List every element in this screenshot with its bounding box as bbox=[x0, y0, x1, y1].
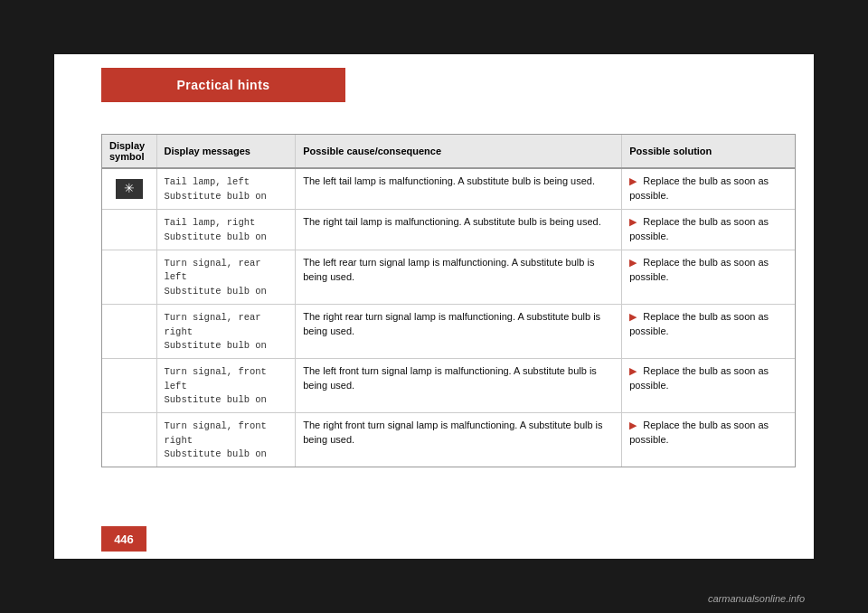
symbol-cell bbox=[102, 209, 156, 250]
cause-cell: The right tail lamp is malfunctioning. A… bbox=[296, 209, 622, 250]
table-row: Turn signal, front right Substitute bulb… bbox=[102, 412, 795, 467]
display-message-text: Tail lamp, right Substitute bulb on bbox=[165, 217, 267, 242]
col-header-messages: Display messages bbox=[156, 135, 296, 168]
display-message-text: Turn signal, rear right Substitute bulb … bbox=[165, 312, 267, 351]
display-message-cell: Turn signal, rear left Substitute bulb o… bbox=[156, 250, 296, 304]
page-number: 446 bbox=[114, 533, 134, 546]
symbol-cell bbox=[102, 358, 156, 412]
watermark: carmanualsonline.info bbox=[708, 593, 805, 604]
display-message-cell: Turn signal, front right Substitute bulb… bbox=[156, 412, 296, 467]
table-row: Turn signal, rear right Substitute bulb … bbox=[102, 304, 795, 358]
cause-text: The left tail lamp is malfunctioning. A … bbox=[303, 175, 595, 186]
arrow-icon: ▶ bbox=[629, 257, 637, 268]
display-message-text: Turn signal, front right Substitute bulb… bbox=[165, 420, 267, 459]
solution-cell: ▶ Replace the bulb as soon as possible. bbox=[622, 168, 795, 209]
display-message-text: Turn signal, front left Substitute bulb … bbox=[165, 366, 267, 405]
cause-text: The right front turn signal lamp is malf… bbox=[303, 420, 602, 445]
symbol-cell bbox=[102, 412, 156, 467]
cause-cell: The left rear turn signal lamp is malfun… bbox=[296, 250, 622, 304]
symbol-cell bbox=[102, 304, 156, 358]
display-message-cell: Turn signal, front left Substitute bulb … bbox=[156, 358, 296, 412]
cause-cell: The left front turn signal lamp is malfu… bbox=[296, 358, 622, 412]
header-bar: Practical hints bbox=[101, 68, 345, 102]
col-header-symbol: Display symbol bbox=[102, 135, 156, 168]
table-row: Turn signal, front left Substitute bulb … bbox=[102, 358, 795, 412]
display-message-cell: Tail lamp, left Substitute bulb on bbox=[156, 168, 296, 209]
arrow-icon: ▶ bbox=[629, 365, 637, 376]
page-number-box: 446 bbox=[101, 526, 146, 552]
display-message-text: Turn signal, rear left Substitute bulb o… bbox=[165, 258, 267, 297]
table-container: Display symbol Display messages Possible… bbox=[101, 134, 796, 467]
cause-text: The left front turn signal lamp is malfu… bbox=[303, 365, 597, 391]
display-message-text: Tail lamp, left Substitute bulb on bbox=[165, 176, 267, 202]
table-header-row: Display symbol Display messages Possible… bbox=[102, 135, 795, 168]
display-message-cell: Tail lamp, right Substitute bulb on bbox=[156, 209, 296, 250]
arrow-icon: ▶ bbox=[629, 175, 637, 186]
col-header-cause: Possible cause/consequence bbox=[296, 135, 622, 168]
symbol-cell bbox=[102, 250, 156, 304]
col-header-solution: Possible solution bbox=[622, 135, 795, 168]
bulb-warning-icon: ✳ bbox=[116, 179, 143, 199]
cause-text: The right rear turn signal lamp is malfu… bbox=[303, 311, 600, 336]
solution-cell: ▶ Replace the bulb as soon as possible. bbox=[622, 209, 795, 250]
table-row: Tail lamp, right Substitute bulb onThe r… bbox=[102, 209, 795, 250]
table-row: ✳Tail lamp, left Substitute bulb onThe l… bbox=[102, 168, 795, 209]
arrow-icon: ▶ bbox=[629, 311, 637, 322]
solution-cell: ▶ Replace the bulb as soon as possible. bbox=[622, 358, 795, 412]
cause-cell: The right front turn signal lamp is malf… bbox=[296, 412, 622, 467]
arrow-icon: ▶ bbox=[629, 420, 637, 430]
cause-text: The left rear turn signal lamp is malfun… bbox=[303, 257, 594, 282]
arrow-icon: ▶ bbox=[629, 216, 637, 227]
page-title: Practical hints bbox=[176, 78, 269, 92]
cause-cell: The right rear turn signal lamp is malfu… bbox=[296, 304, 622, 358]
solution-cell: ▶ Replace the bulb as soon as possible. bbox=[622, 250, 795, 304]
table-row: Turn signal, rear left Substitute bulb o… bbox=[102, 250, 795, 304]
cause-cell: The left tail lamp is malfunctioning. A … bbox=[296, 168, 622, 209]
main-table: Display symbol Display messages Possible… bbox=[102, 135, 795, 467]
symbol-cell: ✳ bbox=[102, 168, 156, 209]
solution-cell: ▶ Replace the bulb as soon as possible. bbox=[622, 412, 795, 467]
cause-text: The right tail lamp is malfunctioning. A… bbox=[303, 216, 601, 227]
solution-cell: ▶ Replace the bulb as soon as possible. bbox=[622, 304, 795, 358]
display-message-cell: Turn signal, rear right Substitute bulb … bbox=[156, 304, 296, 358]
